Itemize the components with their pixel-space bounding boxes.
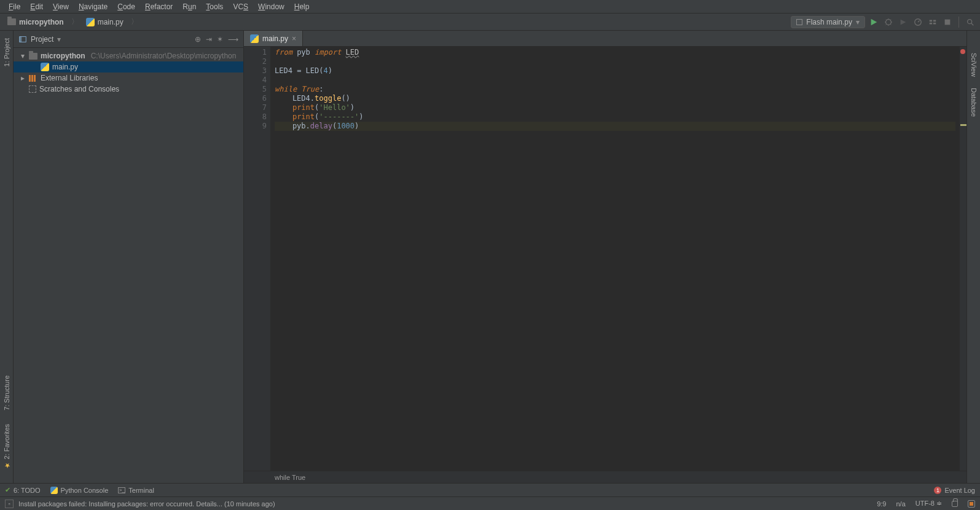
bottom-tab-python-console[interactable]: Python Console xyxy=(50,487,109,494)
stop-button[interactable] xyxy=(941,16,954,28)
bottom-tab-todo[interactable]: ✔ 6: TODO xyxy=(5,486,41,494)
breadcrumb-file-label: main.py xyxy=(98,18,123,26)
svg-point-7 xyxy=(968,19,972,23)
project-title-label: Project xyxy=(31,35,53,44)
menu-edit[interactable]: Edit xyxy=(25,2,48,11)
bottom-tab-terminal[interactable]: >_ Terminal xyxy=(118,487,154,494)
folder-icon xyxy=(29,53,37,60)
left-tab-structure[interactable]: 7: Structure xyxy=(2,372,12,414)
code-editor[interactable]: from pyb import LEDLED4 = LED(4)while Tr… xyxy=(271,47,959,471)
svg-rect-3 xyxy=(933,20,936,22)
menu-window[interactable]: Window xyxy=(253,2,289,11)
editor-tabs: main.py × xyxy=(244,31,966,47)
tree-external-libs[interactable]: ▸ External Libraries xyxy=(14,73,243,84)
run-config-label: Flash main.py xyxy=(806,18,852,26)
menu-code[interactable]: Code xyxy=(112,2,140,11)
search-everywhere-button[interactable] xyxy=(964,16,976,28)
status-na[interactable]: n/a xyxy=(896,500,905,508)
run-button[interactable] xyxy=(868,16,880,28)
collapse-all-icon[interactable]: ⇥ xyxy=(206,35,212,44)
status-message[interactable]: Install packages failed: Installing pack… xyxy=(18,500,275,508)
status-windows-icon[interactable]: ▫ xyxy=(5,500,14,508)
bottom-bar-right: 1 Event Log xyxy=(934,487,975,494)
left-tab-project[interactable]: 1: Project xyxy=(2,34,12,70)
menu-navigate[interactable]: Navigate xyxy=(74,2,112,11)
stripe-mark[interactable] xyxy=(960,124,966,126)
project-header-actions: ⊕ ⇥ ✶ ⟶ xyxy=(195,35,238,44)
concurrency-button[interactable] xyxy=(927,16,939,28)
python-file-icon xyxy=(41,63,49,71)
project-title[interactable]: Project ▾ xyxy=(18,35,61,44)
line-gutter[interactable]: 123456789 xyxy=(244,47,271,471)
menu-view[interactable]: View xyxy=(48,2,74,11)
folder-icon xyxy=(7,18,16,25)
event-badge: 1 xyxy=(934,487,941,494)
hide-icon[interactable]: ⟶ xyxy=(228,35,238,44)
tree-root-path: C:\Users\Administrator\Desktop\micropyth… xyxy=(91,52,237,60)
menu-refactor[interactable]: Refactor xyxy=(140,2,178,11)
checkmark-icon: ✔ xyxy=(5,486,10,494)
python-file-icon xyxy=(250,34,259,43)
menu-vcs[interactable]: VCS xyxy=(228,2,253,11)
editor-breadcrumb-label: while True xyxy=(275,474,305,481)
chevron-down-icon: ▾ xyxy=(856,18,860,26)
left-tab-favorites[interactable]: ★2: Favorites xyxy=(1,420,12,473)
tree-root[interactable]: ▾ micropython C:\Users\Administrator\Des… xyxy=(14,50,243,61)
run-config-icon xyxy=(796,19,802,25)
tree-root-name: micropython xyxy=(41,52,85,60)
debug-button[interactable] xyxy=(882,16,895,28)
chevron-icon: ≑ xyxy=(936,500,942,507)
error-indicator-icon[interactable] xyxy=(960,49,965,54)
editor-breadcrumb[interactable]: while True xyxy=(244,471,966,483)
scratches-icon xyxy=(29,85,36,93)
status-encoding[interactable]: UTF-8 ≑ xyxy=(915,500,942,508)
inspector-icon[interactable] xyxy=(968,500,975,508)
expand-arrow-icon[interactable]: ▾ xyxy=(20,52,26,60)
menu-file[interactable]: File xyxy=(4,2,25,11)
close-tab-icon[interactable]: × xyxy=(292,34,296,43)
tree-scratches[interactable]: ▸ Scratches and Consoles xyxy=(14,84,243,95)
editor-body: 123456789 from pyb import LEDLED4 = LED(… xyxy=(244,47,966,471)
profiler-button[interactable] xyxy=(912,16,924,28)
project-tree: ▾ micropython C:\Users\Administrator\Des… xyxy=(14,48,243,97)
bottom-tab-event-log[interactable]: 1 Event Log xyxy=(934,487,975,494)
error-stripe[interactable] xyxy=(959,47,966,471)
run-config-dropdown[interactable]: Flash main.py ▾ xyxy=(791,16,865,28)
nav-toolbar: micropython 〉 main.py 〉 Flash main.py ▾ xyxy=(0,14,980,31)
breadcrumb-sep: 〉 xyxy=(71,17,79,27)
expand-arrow-icon[interactable]: ▸ xyxy=(20,74,26,82)
menu-help[interactable]: Help xyxy=(289,2,315,11)
main-area: 1: Project 7: Structure ★2: Favorites Pr… xyxy=(0,31,980,483)
libraries-icon xyxy=(29,75,37,82)
bottom-tab-event-log-label: Event Log xyxy=(944,487,975,494)
right-tab-sciview[interactable]: SciView xyxy=(969,49,979,80)
breadcrumb-project[interactable]: micropython xyxy=(4,17,68,28)
left-tool-gutter: 1: Project 7: Structure ★2: Favorites xyxy=(0,31,14,483)
settings-icon[interactable]: ✶ xyxy=(217,35,223,44)
menu-tools[interactable]: Tools xyxy=(201,2,228,11)
menu-run[interactable]: Run xyxy=(178,2,201,11)
status-bar: ▫ Install packages failed: Installing pa… xyxy=(0,496,980,510)
svg-rect-6 xyxy=(945,19,951,25)
terminal-icon: >_ xyxy=(118,487,125,493)
tree-file-name: main.py xyxy=(52,63,78,71)
breadcrumb-file[interactable]: main.py xyxy=(82,17,127,28)
project-tool-window: Project ▾ ⊕ ⇥ ✶ ⟶ ▾ micropython C:\Users… xyxy=(14,31,244,483)
tree-file-main[interactable]: main.py xyxy=(14,61,243,73)
editor-area: main.py × 123456789 from pyb import LEDL… xyxy=(244,31,966,483)
toolbar-right: Flash main.py ▾ xyxy=(791,16,976,28)
python-icon xyxy=(50,487,58,494)
bottom-tab-todo-label: 6: TODO xyxy=(14,487,41,494)
status-cursor-pos[interactable]: 9:9 xyxy=(877,500,886,508)
run-with-coverage-button[interactable] xyxy=(897,16,909,28)
locate-icon[interactable]: ⊕ xyxy=(195,35,201,44)
editor-tab-main[interactable]: main.py × xyxy=(244,31,303,46)
svg-rect-9 xyxy=(20,36,22,42)
tree-external-libs-label: External Libraries xyxy=(41,74,98,82)
lock-icon[interactable] xyxy=(952,501,958,507)
breadcrumb-project-label: micropython xyxy=(19,18,64,26)
python-file-icon xyxy=(86,18,95,26)
right-tab-database[interactable]: Database xyxy=(969,84,979,120)
svg-rect-5 xyxy=(933,22,936,24)
right-tool-gutter: SciView Database xyxy=(966,31,980,483)
